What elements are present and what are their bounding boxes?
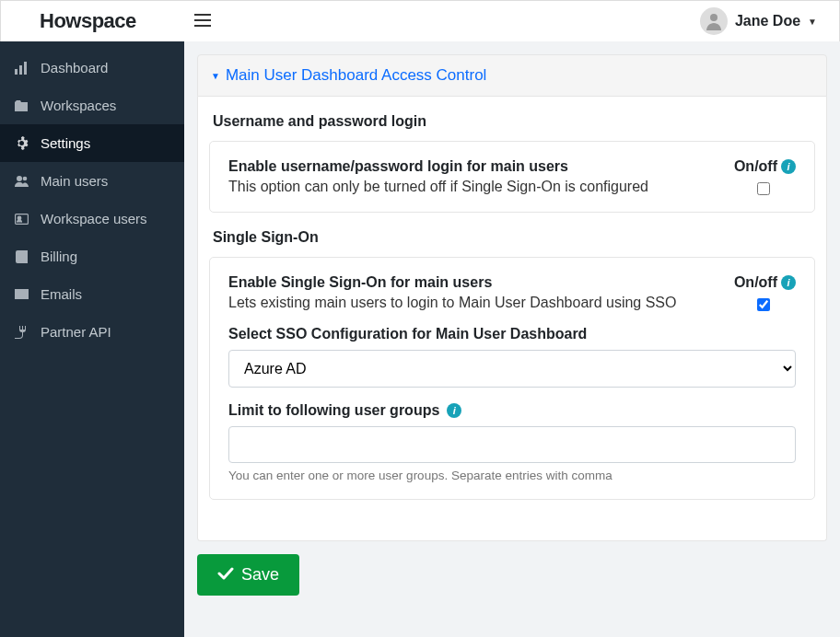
sso-config-select[interactable]: Azure AD [228,350,796,388]
section-header[interactable]: ▼ Main User Dashboard Access Control [197,54,827,97]
onoff-label: On/off [734,158,777,175]
svg-rect-1 [15,69,18,75]
sidebar-item-main-users[interactable]: Main users [0,162,184,200]
id-icon [13,214,29,225]
save-bar: Save [197,554,827,596]
enable-userpass-checkbox[interactable] [757,182,770,195]
sidebar-item-label: Settings [41,135,90,151]
sidebar-item-workspace-users[interactable]: Workspace users [0,200,184,237]
hamburger-icon[interactable] [185,6,220,37]
info-icon[interactable]: i [447,403,461,418]
sidebar-item-label: Workspaces [41,98,116,113]
info-icon[interactable]: i [781,159,796,174]
sidebar-item-dashboard[interactable]: Dashboard [0,49,184,87]
limit-groups-hint: You can enter one or more user groups. S… [228,469,796,482]
svg-rect-3 [24,62,27,75]
sidebar-item-emails[interactable]: Emails [0,275,184,313]
onoff-label: On/off [734,274,777,291]
sidebar-item-label: Workspace users [41,211,147,226]
topbar: Howspace Jane Doe ▼ [1,1,839,42]
limit-groups-label: Limit to following user groups [228,402,439,419]
sso-heading: Single Sign-On [213,229,811,246]
svg-rect-2 [19,65,22,75]
user-menu[interactable]: Jane Doe ▼ [693,4,824,39]
book-icon [13,250,29,263]
users-icon [13,175,29,187]
svg-point-5 [22,177,27,181]
userpass-panel: Enable username/password login for main … [209,141,815,213]
svg-point-0 [710,14,718,21]
brand-logo: Howspace [40,9,136,33]
limit-groups-input[interactable] [228,426,796,463]
caret-down-icon: ▼ [808,17,817,27]
sso-panel: Enable Single Sign-On for main users Let… [209,257,815,500]
chart-icon [13,62,29,75]
save-button[interactable]: Save [197,554,299,596]
svg-point-4 [17,176,22,181]
avatar [700,7,728,35]
collapse-caret-icon: ▼ [211,71,220,81]
enable-userpass-title: Enable username/password login for main … [228,158,713,175]
userpass-heading: Username and password login [213,113,811,130]
sidebar-item-workspaces[interactable]: Workspaces [0,87,184,124]
sidebar-item-label: Emails [41,286,82,302]
logo-wrap: Howspace [1,9,185,33]
svg-rect-6 [15,214,28,224]
sidebar-item-partner-api[interactable]: Partner API [0,313,184,351]
plug-icon [13,326,29,339]
main-content: ▼ Main User Dashboard Access Control Use… [184,41,840,637]
section-body: Username and password login Enable usern… [197,97,827,541]
sidebar-item-billing[interactable]: Billing [0,237,184,275]
sidebar-item-label: Partner API [41,324,111,340]
info-icon[interactable]: i [781,275,796,290]
sidebar-item-settings[interactable]: Settings [0,124,184,162]
gear-icon [13,136,29,150]
svg-point-7 [18,216,21,220]
folder-icon [13,100,29,111]
enable-sso-help: Lets existing main users to login to Mai… [228,295,713,311]
check-icon [217,565,234,585]
user-name-label: Jane Doe [735,13,800,29]
section-title: Main User Dashboard Access Control [226,66,486,85]
mail-icon [13,289,29,299]
sso-config-label: Select SSO Configuration for Main User D… [228,326,796,342]
sidebar-item-label: Main users [41,173,108,189]
enable-sso-title: Enable Single Sign-On for main users [228,274,713,291]
enable-sso-checkbox[interactable] [757,298,770,311]
save-button-label: Save [241,565,279,585]
enable-userpass-help: This option can only be turned off if Si… [228,179,713,195]
sidebar: Dashboard Workspaces Settings Main users… [0,41,184,637]
sidebar-item-label: Dashboard [41,60,108,75]
sidebar-item-label: Billing [41,249,77,264]
